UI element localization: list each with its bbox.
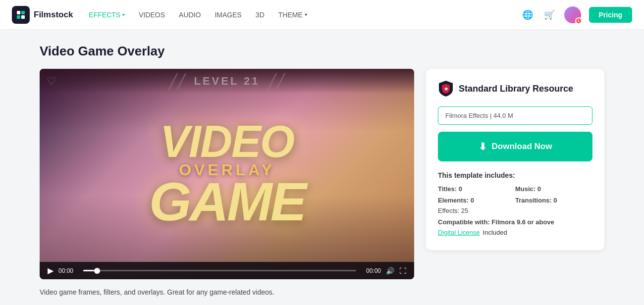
- svg-rect-2: [21, 11, 25, 14]
- page-content: Video Game Overlay ♡ ╱╱ LEVEL 21 ╱╱ VIDE…: [0, 30, 644, 305]
- template-includes-label: This template includes:: [438, 171, 592, 179]
- transitions-label: Transitions:: [515, 197, 552, 204]
- video-overlay: VIDEO OVERLAY GAME: [40, 69, 414, 279]
- main-grid: ♡ ╱╱ LEVEL 21 ╱╱ VIDEO OVERLAY GAME ▶: [40, 69, 604, 279]
- effects-chevron-icon: ▾: [122, 12, 125, 17]
- template-grid: Titles: 0 Music: 0 Elements: 0 Transitio…: [438, 185, 592, 204]
- music-label: Music:: [515, 185, 536, 193]
- titles-label: Titles:: [438, 185, 457, 193]
- svg-rect-1: [17, 11, 20, 14]
- play-button[interactable]: ▶: [48, 266, 54, 275]
- transitions-value: 0: [553, 197, 557, 204]
- digital-license: Digital License Included: [438, 229, 592, 236]
- navbar: Filmstock EFFECTS ▾ VIDEOS AUDIO IMAGES …: [0, 0, 644, 30]
- progress-track[interactable]: [83, 270, 356, 271]
- svg-rect-4: [21, 15, 25, 19]
- svg-text:★: ★: [444, 86, 449, 92]
- file-info-box: Filmora Effects | 44.0 M: [438, 106, 592, 125]
- globe-icon[interactable]: 🌐: [521, 8, 535, 22]
- resource-header: ★ Standard Library Resource: [438, 81, 592, 97]
- license-included-text: Included: [483, 229, 507, 236]
- titles-item: Titles: 0: [438, 185, 515, 193]
- compat-item: Compatible with: Filmora 9.6 or above: [438, 218, 592, 226]
- shield-icon: ★: [438, 81, 454, 97]
- logo-text: Filmstock: [34, 10, 73, 20]
- sidebar-card: ★ Standard Library Resource Filmora Effe…: [426, 69, 604, 250]
- video-text-game: GAME: [149, 171, 305, 231]
- download-label: Download Now: [492, 142, 552, 152]
- time-end: 00:00: [361, 267, 381, 274]
- effects-item: Effects: 25: [438, 207, 592, 214]
- logo-icon: [12, 6, 30, 24]
- elements-value: 0: [471, 197, 474, 204]
- titles-value: 0: [459, 185, 462, 193]
- progress-fill: [83, 270, 94, 271]
- cart-icon[interactable]: 🛒: [542, 8, 556, 22]
- nav-audio[interactable]: AUDIO: [179, 11, 201, 19]
- nav-theme[interactable]: THEME ▾: [278, 11, 307, 19]
- template-info: This template includes: Titles: 0 Music:…: [438, 171, 592, 236]
- video-main-text: VIDEO OVERLAY GAME: [149, 117, 305, 231]
- nav-images[interactable]: IMAGES: [215, 11, 241, 19]
- logo[interactable]: Filmstock: [12, 6, 73, 24]
- page-description: Video game frames, filters, and overlays…: [40, 288, 604, 296]
- resource-title: Standard Library Resource: [459, 84, 573, 94]
- progress-dot: [94, 268, 100, 274]
- music-value: 0: [537, 185, 541, 193]
- music-item: Music: 0: [515, 185, 592, 193]
- svg-rect-3: [17, 15, 20, 19]
- nav-effects[interactable]: EFFECTS ▾: [89, 11, 125, 19]
- fullscreen-button[interactable]: ⛶: [399, 267, 406, 275]
- digital-license-link[interactable]: Digital License: [438, 229, 480, 236]
- elements-label: Elements:: [438, 197, 469, 204]
- nav-3d[interactable]: 3D: [256, 11, 265, 19]
- nav-right: 🌐 🛒 1 Pricing: [521, 6, 632, 23]
- avatar[interactable]: 1: [564, 6, 581, 23]
- compat-label: Compatible with:: [438, 218, 490, 226]
- video-controls: ▶ 00:00 00:00 🔊 ⛶: [40, 262, 414, 279]
- avatar-badge: 1: [575, 17, 582, 24]
- nav-links: EFFECTS ▾ VIDEOS AUDIO IMAGES 3D THEME ▾: [89, 11, 520, 19]
- video-text-video: VIDEO: [149, 117, 305, 166]
- page-title: Video Game Overlay: [40, 44, 604, 59]
- theme-chevron-icon: ▾: [305, 12, 307, 17]
- download-icon: ⬇: [479, 141, 487, 152]
- time-current: 00:00: [58, 267, 78, 274]
- elements-item: Elements: 0: [438, 197, 515, 204]
- nav-videos[interactable]: VIDEOS: [139, 11, 165, 19]
- video-player[interactable]: ♡ ╱╱ LEVEL 21 ╱╱ VIDEO OVERLAY GAME ▶: [40, 69, 414, 279]
- compat-value: Filmora 9.6 or above: [491, 218, 554, 226]
- download-button[interactable]: ⬇ Download Now: [438, 132, 592, 161]
- volume-button[interactable]: 🔊: [386, 267, 394, 275]
- pricing-button[interactable]: Pricing: [589, 7, 632, 23]
- effects-label: Effects:: [438, 207, 459, 214]
- effects-value: 25: [461, 207, 468, 214]
- transitions-item: Transitions: 0: [515, 197, 592, 204]
